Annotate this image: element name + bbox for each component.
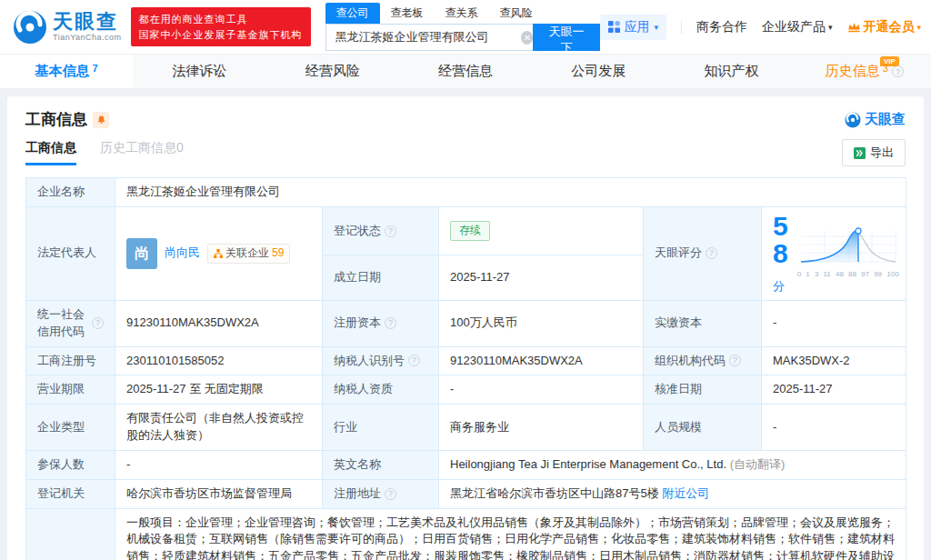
main-tabbar: 基本信息 7 法律诉讼 经营风险 经营信息 公司发展 知识产权 VIP 历史信息… [0,55,931,89]
help-icon[interactable] [92,317,104,329]
field-label: 企业类型 [26,405,115,451]
score-label: 天眼评分 [655,245,702,262]
reg-address-label: 注册地址 [334,485,381,503]
help-icon[interactable] [385,225,396,237]
tab-basic-info[interactable]: 基本信息 7 [0,55,133,88]
chevron-down-icon: ▾ [655,23,659,32]
tab-label: 经营风险 [305,63,360,80]
subtab-business-info[interactable]: 工商信息 [25,140,76,165]
field-label: 行业 [323,405,439,451]
taxpayer-id-label: 纳税人识别号 [334,353,405,370]
export-button[interactable]: 导出 [842,139,906,166]
legal-rep-cell: 尚 尚向民 关联企业 59 [115,206,323,300]
field-label: 核准日期 [644,375,762,405]
help-icon[interactable] [385,488,396,500]
help-icon[interactable] [408,355,420,366]
address-text: 黑龙江省哈尔滨市香坊区中山路87号5楼 [450,486,659,500]
table-row: 参保人数 - 英文名称 Heilongjiang Tea Ji Enterpri… [26,450,906,479]
field-label: 营业期限 [26,375,115,405]
reg-number-value: 230110101585052 [115,346,323,375]
field-label: 成立日期 [323,255,439,301]
table-row: 经营范围 一般项目：企业管理；企业管理咨询；餐饮管理；工艺美术品及礼仪用品销售（… [26,508,906,560]
table-row: 工商注册号 230110101585052 纳税人识别号 91230110MAK… [26,346,906,375]
help-icon[interactable] [892,65,904,77]
search-area: 查公司 查老板 查关系 查风险 ✕ 天眼一下 [325,4,600,51]
field-label: 法定代表人 [26,206,115,300]
field-label: 登记机关 [26,479,115,508]
tianyancha-logo[interactable]: 天眼查 TianYanCha.com [13,10,122,45]
field-label: 统一社会信用代码 [26,300,115,346]
field-label: 企业名称 [26,178,115,207]
credit-code-value: 91230110MAK35DWX2A [115,300,323,346]
tab-company-development[interactable]: 公司发展 [532,55,665,88]
company-type-value: 有限责任公司（非自然人投资或控股的法人独资） [115,405,323,451]
watermark-logo: 天眼查 [845,111,906,128]
help-icon[interactable] [729,355,741,366]
tab-intellectual-property[interactable]: 知识产权 [665,55,797,88]
tab-operation-info[interactable]: 经营信息 [399,55,532,88]
clear-search-icon[interactable]: ✕ [521,31,533,45]
tab-operation-risk[interactable]: 经营风险 [266,55,399,88]
org-code-value: MAK35DWX-2 [762,346,906,375]
logo-text: 天眼查 [53,12,122,32]
legal-rep-link[interactable]: 尚向民 [165,245,200,262]
tab-label: 基本信息 [35,63,90,80]
search-tab-company[interactable]: 查公司 [325,3,380,24]
apps-label: 应用 [625,19,650,35]
table-row: 企业名称 黑龙江茶姬企业管理有限公司 [26,178,906,207]
score-unit: 分 [773,279,785,293]
related-companies-badge[interactable]: 关联企业 59 [207,244,290,263]
chevron-down-icon: ▾ [828,23,833,32]
nav-business-cooperation[interactable]: 商务合作 [696,19,747,35]
reg-address-value: 黑龙江省哈尔滨市香坊区中山路87号5楼 附近公司 [439,479,906,508]
industry-value: 商务服务业 [439,405,644,451]
tab-label: 经营信息 [438,63,493,80]
nav-enterprise-products[interactable]: 企业级产品 ▾ [762,19,833,35]
crown-icon [847,22,861,33]
score-cell[interactable]: 58分 [762,206,906,300]
approval-date-value: 2025-11-27 [762,375,906,405]
tab-history-info[interactable]: VIP 历史信息 3 [798,55,931,88]
help-icon[interactable] [385,317,396,329]
field-label: 英文名称 [323,450,439,479]
section-title: 工商信息 [25,109,87,130]
field-label: 经营范围 [26,508,115,560]
field-label: 纳税人资质 [323,375,439,405]
nearby-companies-link[interactable]: 附近公司 [662,486,709,500]
tab-label: 公司发展 [571,63,626,80]
auto-translate-note: (自动翻译) [730,457,786,471]
announcement-bell-icon[interactable] [93,112,109,128]
watermark-text: 天眼查 [865,111,906,128]
org-code-label: 组织机构代码 [655,353,726,370]
export-label: 导出 [870,145,894,161]
table-row: 登记机关 哈尔滨市香坊区市场监督管理局 注册地址 黑龙江省哈尔滨市香坊区中山路8… [26,479,906,508]
business-scope-value: 一般项目：企业管理；企业管理咨询；餐饮管理；工艺美术品及礼仪用品销售（象牙及其制… [115,508,906,560]
staff-size-value: - [762,405,906,451]
score-value: 58 [773,211,788,268]
logo-eye-icon [845,112,861,128]
search-tab-risk[interactable]: 查风险 [489,3,544,24]
nav-divider [681,21,682,34]
reg-authority-value: 哈尔滨市香坊区市场监督管理局 [115,479,323,508]
field-label: 参保人数 [26,450,115,479]
tab-count: 7 [93,63,98,74]
field-label: 纳税人识别号 [323,346,439,375]
search-tab-relation[interactable]: 查关系 [435,3,489,24]
tab-legal-proceedings[interactable]: 法律诉讼 [133,55,265,88]
nav-open-membership[interactable]: 开通会员 ▾ [847,19,922,35]
search-button[interactable]: 天眼一下 [533,24,599,51]
apps-menu[interactable]: 应用 ▾ [600,15,667,40]
reg-status-value: 存续 [439,206,644,255]
tab-label: 法律诉讼 [172,63,226,80]
reg-status-label: 登记状态 [334,223,381,240]
open-membership-label: 开通会员 [864,19,915,35]
avatar[interactable]: 尚 [126,238,157,269]
search-tab-boss[interactable]: 查老板 [380,3,435,24]
slogan-line2: 国家中小企业发展子基金旗下机构 [139,27,303,43]
subtab-history-business-info[interactable]: 历史工商信息0 [100,140,184,165]
help-icon[interactable] [706,247,717,259]
business-term-value: 2025-11-27 至 无固定期限 [115,375,323,405]
english-name-text: Heilongjiang Tea Ji Enterprise Managemen… [450,457,726,471]
excel-icon [854,147,866,159]
search-input[interactable] [325,24,542,51]
